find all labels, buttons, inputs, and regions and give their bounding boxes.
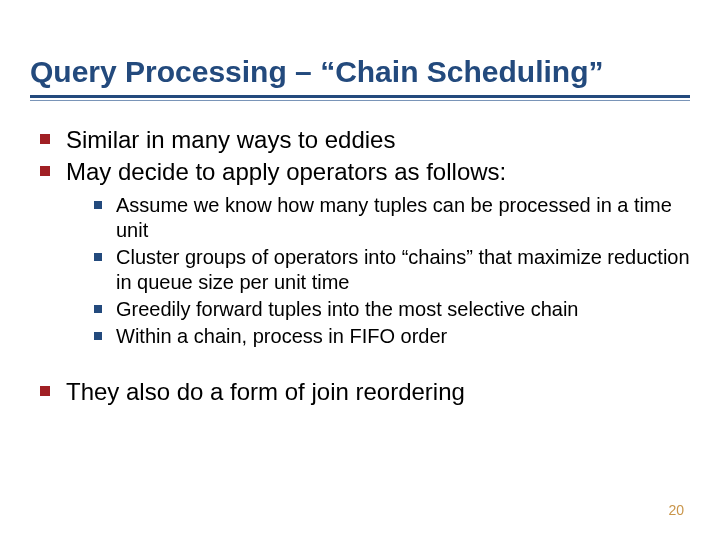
bullet-text: Similar in many ways to eddies: [66, 126, 395, 153]
sub-bullet-text: Within a chain, process in FIFO order: [116, 325, 447, 347]
bullet-text: May decide to apply operators as follows…: [66, 158, 506, 185]
slide: Query Processing – “Chain Scheduling” Si…: [0, 0, 720, 540]
bullet-text: They also do a form of join reordering: [66, 378, 465, 405]
sub-bullet-text: Greedily forward tuples into the most se…: [116, 298, 578, 320]
sub-bullet-item: Within a chain, process in FIFO order: [94, 324, 690, 349]
sub-bullet-list: Assume we know how many tuples can be pr…: [66, 193, 690, 349]
bullet-item: May decide to apply operators as follows…: [40, 157, 690, 349]
sub-bullet-item: Greedily forward tuples into the most se…: [94, 297, 690, 322]
sub-bullet-item: Assume we know how many tuples can be pr…: [94, 193, 690, 243]
sub-bullet-text: Assume we know how many tuples can be pr…: [116, 194, 672, 241]
page-number: 20: [668, 502, 684, 518]
bullet-list: Similar in many ways to eddies May decid…: [30, 125, 690, 407]
title-rule-thin: [30, 100, 690, 101]
bullet-item: Similar in many ways to eddies: [40, 125, 690, 155]
bullet-item: They also do a form of join reordering: [40, 377, 690, 407]
title-rule-thick: [30, 95, 690, 98]
sub-bullet-text: Cluster groups of operators into “chains…: [116, 246, 690, 293]
sub-bullet-item: Cluster groups of operators into “chains…: [94, 245, 690, 295]
slide-title: Query Processing – “Chain Scheduling”: [30, 55, 690, 89]
